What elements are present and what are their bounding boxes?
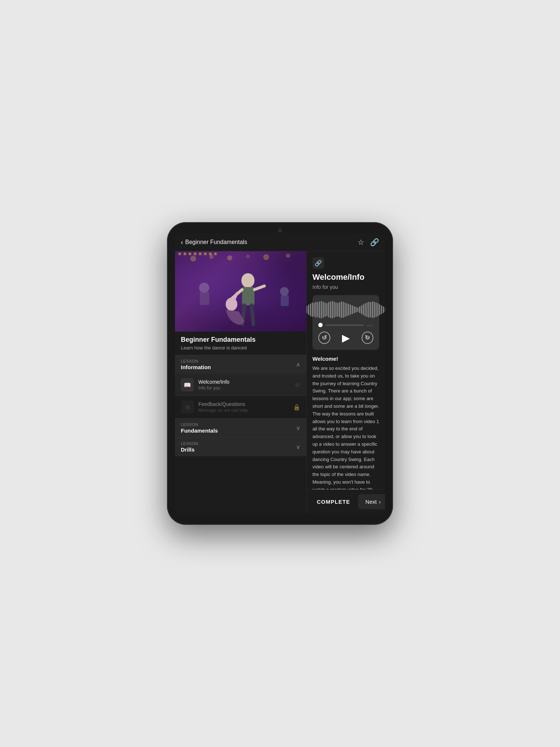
favorite-icon[interactable]: ☆: [295, 381, 300, 389]
complete-button[interactable]: COMPLETE: [312, 494, 354, 509]
information-items: 📖 Welcome/Info Info for you ☆ ⊞ Feedba: [175, 374, 306, 418]
left-panel: Beginner Fundamentals Learn how the danc…: [175, 251, 306, 514]
link-icon: 🔗: [315, 260, 322, 267]
waveform-bar: [352, 305, 353, 314]
content-title: Welcome/Info: [312, 272, 379, 282]
waveform-bar: [379, 304, 380, 315]
waveform-bar: [307, 306, 307, 313]
tablet-camera: [278, 229, 282, 232]
lesson-item-title: Feedback/Questions: [198, 401, 289, 407]
list-item[interactable]: ⊞ Feedback/Questions Message us, we can …: [175, 396, 306, 418]
next-label: Next: [365, 499, 377, 505]
waveform-bar: [314, 303, 315, 317]
section-information-label-group: Lesson Information: [181, 359, 211, 370]
progress-dot: [318, 323, 323, 327]
back-button[interactable]: ‹: [181, 239, 183, 246]
svg-line-6: [252, 305, 253, 324]
course-subtitle: Learn how the dance is danced: [181, 345, 300, 351]
waveform-bar: [341, 301, 342, 318]
lesson-item-subtitle: Message us, we can help: [198, 408, 289, 413]
svg-point-17: [263, 254, 269, 260]
waveform-bar: [335, 302, 337, 317]
skip-forward-button[interactable]: ↻ 15: [362, 332, 374, 344]
waveform-bar: [319, 301, 320, 318]
waveform-bar: [350, 305, 351, 315]
play-button[interactable]: ▶: [342, 332, 350, 344]
right-content: 🔗 Welcome/Info Info for you --:--: [307, 251, 385, 489]
section-drills-label: Lesson: [181, 441, 198, 446]
tablet-screen: ‹ Beginner Fundamentals ☆ 🔗: [175, 233, 385, 514]
lesson-item-title: Welcome/Info: [198, 379, 290, 385]
header-actions: ☆ 🔗: [358, 238, 379, 247]
waveform-bar: [312, 302, 313, 317]
waveform-bar: [308, 305, 309, 315]
section-fundamentals-label-group: Lesson Fundamentals: [181, 422, 218, 434]
skip-back-button[interactable]: ↺ 15: [318, 332, 330, 344]
list-item[interactable]: 📖 Welcome/Info Info for you ☆: [175, 374, 306, 396]
course-info: Beginner Fundamentals Learn how the danc…: [175, 332, 306, 355]
lesson-item-text: Feedback/Questions Message us, we can he…: [198, 401, 289, 413]
waveform-bar: [323, 302, 324, 318]
section-fundamentals-label: Lesson: [181, 422, 218, 427]
next-chevron-icon: ›: [379, 499, 381, 505]
waveform-bar: [315, 302, 316, 318]
lock-icon: 🔒: [293, 404, 300, 411]
next-button[interactable]: Next ›: [358, 494, 385, 509]
waveform-bar: [370, 302, 371, 317]
waveform-bar: [363, 304, 364, 315]
lesson-sections: Lesson Information ∧ 📖 Welcome/Info Info…: [175, 355, 306, 514]
welcome-text: We are so excited you decided, and trust…: [312, 365, 379, 489]
svg-rect-2: [242, 287, 254, 305]
waveform-bar: [365, 303, 366, 316]
waveform-bar: [346, 303, 347, 316]
waveform-bar: [355, 307, 357, 313]
waveform-bar: [310, 303, 311, 316]
waveform-bar: [377, 303, 378, 316]
time-remaining: --:--: [367, 323, 373, 327]
link-icon[interactable]: 🔗: [370, 238, 379, 247]
svg-point-16: [246, 255, 250, 258]
progress-track: [326, 325, 364, 326]
content-subtitle: Info for you: [312, 284, 379, 290]
right-panel: 🔗 Welcome/Info Info for you --:--: [306, 251, 385, 514]
svg-point-13: [190, 256, 196, 262]
waveform-bar: [332, 301, 333, 318]
waveform-bar: [368, 302, 369, 318]
waveform-bar: [324, 302, 326, 317]
section-fundamentals-header[interactable]: Lesson Fundamentals ∨: [175, 418, 306, 437]
course-title: Beginner Fundamentals: [181, 336, 300, 344]
section-information-name: Information: [181, 364, 211, 370]
svg-point-9: [199, 283, 209, 293]
section-information-label: Lesson: [181, 359, 211, 363]
section-information-header[interactable]: Lesson Information ∧: [175, 355, 306, 374]
svg-rect-10: [200, 292, 209, 305]
progress-bar[interactable]: --:--: [318, 323, 373, 327]
waveform-bar: [366, 302, 368, 317]
tablet-device: ‹ Beginner Fundamentals ☆ 🔗: [167, 222, 393, 525]
waveform-bar: [348, 304, 349, 316]
main-content: Beginner Fundamentals Learn how the danc…: [175, 251, 385, 514]
waveform-bar: [357, 307, 358, 312]
svg-point-15: [227, 255, 232, 260]
waveform-bar: [339, 302, 340, 317]
waveform-bar: [343, 302, 344, 318]
header-left: ‹ Beginner Fundamentals: [181, 239, 247, 246]
waveform-bar: [372, 301, 373, 318]
section-drills-header[interactable]: Lesson Drills ∨: [175, 437, 306, 456]
audio-player: --:-- ↺ 15 ▶ ↻ 15: [312, 295, 379, 350]
waveform-bar: [317, 302, 318, 317]
svg-rect-12: [281, 295, 289, 306]
lesson-item-text: Welcome/Info Info for you: [198, 379, 290, 391]
chevron-down-icon: ∨: [296, 425, 300, 431]
waveform-bar: [385, 307, 385, 312]
header-title: Beginner Fundamentals: [185, 239, 247, 245]
waveform-display: [318, 301, 373, 318]
waveform-bar: [376, 302, 377, 317]
svg-point-18: [286, 253, 290, 258]
waveform-bar: [334, 302, 335, 318]
grid-icon: ⊞: [181, 400, 194, 414]
bottom-bar: COMPLETE Next ›: [307, 489, 385, 514]
star-icon[interactable]: ☆: [358, 238, 364, 247]
waveform-bar: [354, 306, 355, 313]
section-drills-label-group: Lesson Drills: [181, 441, 198, 453]
